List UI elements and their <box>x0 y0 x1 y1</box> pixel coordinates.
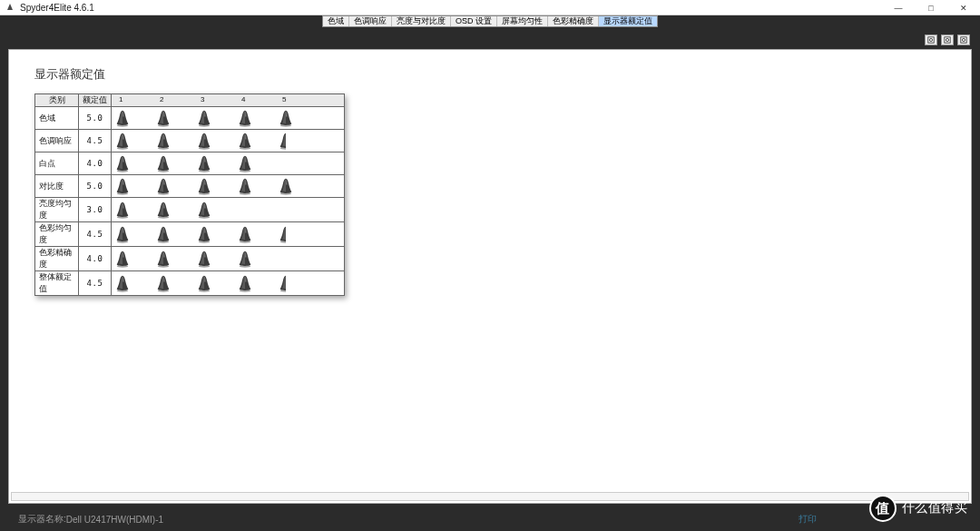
watermark-text: 什么值得买 <box>902 500 968 516</box>
maximize-button[interactable]: □ <box>915 0 947 15</box>
spyder-rating-icon <box>113 200 132 220</box>
cell-category: 色调响应 <box>35 130 79 152</box>
spyder-rating-icon <box>236 224 254 244</box>
svg-point-6 <box>962 38 965 41</box>
status-bar: 显示器名称: Dell U2417HW(HDMI)-1 打印 <box>0 507 980 531</box>
table-row: 色调响应4.5 <box>35 130 345 152</box>
spyder-rating-icon <box>113 249 132 269</box>
app-icon <box>4 1 16 14</box>
tab-1[interactable]: 色调响应 <box>349 16 392 26</box>
spyder-rating-icon <box>236 108 254 128</box>
window-titlebar: Spyder4Elite 4.6.1 — □ ✕ <box>0 0 980 15</box>
svg-point-2 <box>929 38 932 41</box>
minimize-button[interactable]: — <box>882 0 915 15</box>
col-value: 额定值 <box>79 94 112 107</box>
table-row: 色域5.0 <box>35 107 345 130</box>
app-frame: 色域色调响应亮度与对比度OSD 设置屏幕均匀性色彩精确度显示器额定值 显示器额定… <box>0 15 980 531</box>
watermark-logo-icon: 值 <box>869 495 897 522</box>
cell-rating-icons <box>112 271 345 296</box>
tab-3[interactable]: OSD 设置 <box>451 16 497 26</box>
tabs-row: 色域色调响应亮度与对比度OSD 设置屏幕均匀性色彩精确度显示器额定值 <box>0 15 980 29</box>
spyder-rating-icon <box>154 224 172 244</box>
cell-value: 5.0 <box>79 107 112 130</box>
cell-value: 4.5 <box>79 130 112 152</box>
cell-category: 对比度 <box>35 175 79 198</box>
tab-6[interactable]: 显示器额定值 <box>599 16 657 26</box>
cell-category: 白点 <box>35 152 79 175</box>
cell-value: 5.0 <box>79 175 112 198</box>
table-row: 色彩均匀度4.5 <box>35 222 345 247</box>
cell-value: 4.5 <box>79 271 112 296</box>
table-row: 白点4.0 <box>35 152 345 175</box>
cell-value: 4.5 <box>79 222 112 247</box>
spyder-rating-icon <box>154 273 172 293</box>
close-button[interactable]: ✕ <box>947 0 980 15</box>
rating-table: 类别额定值12345 色域5.0 色调响应4.5 白点4.0 <box>34 93 345 296</box>
cell-category: 整体额定值 <box>35 271 79 296</box>
status-monitor-name: Dell U2417HW(HDMI)-1 <box>66 515 163 525</box>
spyder-rating-icon <box>277 273 295 293</box>
toolbar-right <box>8 34 972 47</box>
cell-value: 4.0 <box>79 247 112 271</box>
spyder-rating-icon <box>113 108 132 128</box>
window-title: Spyder4Elite 4.6.1 <box>20 3 94 13</box>
tab-0[interactable]: 色域 <box>323 16 349 26</box>
cell-category: 色彩均匀度 <box>35 222 79 247</box>
spyder-rating-icon <box>154 249 172 269</box>
cell-value: 4.0 <box>79 152 112 175</box>
tool-c-icon[interactable] <box>957 34 970 45</box>
spyder-rating-icon <box>277 108 295 128</box>
svg-rect-1 <box>928 37 934 43</box>
spyder-rating-icon <box>195 200 213 220</box>
report-page: 显示器额定值 类别额定值12345 色域5.0 色调响应4.5 <box>8 49 972 504</box>
spyder-rating-icon <box>113 224 132 244</box>
spyder-rating-icon <box>195 224 213 244</box>
status-label: 显示器名称: <box>18 513 66 526</box>
cell-rating-icons <box>112 198 345 222</box>
svg-point-4 <box>946 38 948 41</box>
svg-rect-3 <box>945 37 950 43</box>
spyder-rating-icon <box>113 153 132 173</box>
horizontal-scrollbar[interactable] <box>11 492 969 501</box>
cell-rating-icons <box>112 247 345 271</box>
watermark: 值 什么值得买 <box>869 495 968 522</box>
print-link[interactable]: 打印 <box>799 513 817 526</box>
cell-rating-icons <box>112 152 345 175</box>
page-title: 显示器额定值 <box>34 66 971 83</box>
spyder-rating-icon <box>277 224 295 244</box>
spyder-rating-icon <box>154 131 172 151</box>
spyder-rating-icon <box>277 131 295 151</box>
spyder-rating-icon <box>113 176 132 196</box>
spyder-rating-icon <box>195 153 213 173</box>
cell-value: 3.0 <box>79 198 112 222</box>
spyder-rating-icon <box>236 153 254 173</box>
spyder-rating-icon <box>195 273 213 293</box>
cell-category: 亮度均匀度 <box>35 198 79 222</box>
cell-rating-icons <box>112 222 345 247</box>
col-rating-scale: 12345 <box>112 94 345 107</box>
spyder-rating-icon <box>236 176 254 196</box>
window-controls: — □ ✕ <box>882 0 980 15</box>
tab-5[interactable]: 色彩精确度 <box>548 16 599 26</box>
tab-2[interactable]: 亮度与对比度 <box>392 16 451 26</box>
spyder-rating-icon <box>195 108 213 128</box>
cell-rating-icons <box>112 107 345 130</box>
tool-b-icon[interactable] <box>941 34 954 45</box>
spyder-rating-icon <box>236 249 254 269</box>
tool-a-icon[interactable] <box>925 34 937 45</box>
spyder-rating-icon <box>154 200 172 220</box>
svg-rect-5 <box>961 37 966 43</box>
cell-rating-icons <box>112 130 345 152</box>
table-row: 色彩精确度4.0 <box>35 247 345 271</box>
cell-category: 色彩精确度 <box>35 247 79 271</box>
spyder-rating-icon <box>113 273 132 293</box>
spyder-rating-icon <box>236 273 254 293</box>
cell-category: 色域 <box>35 107 79 130</box>
content-wrap: 显示器额定值 类别额定值12345 色域5.0 色调响应4.5 <box>0 29 980 507</box>
spyder-rating-icon <box>154 108 172 128</box>
spyder-rating-icon <box>195 176 213 196</box>
tab-4[interactable]: 屏幕均匀性 <box>497 16 548 26</box>
table-row: 对比度5.0 <box>35 175 345 198</box>
spyder-rating-icon <box>113 131 132 151</box>
cell-rating-icons <box>112 175 345 198</box>
